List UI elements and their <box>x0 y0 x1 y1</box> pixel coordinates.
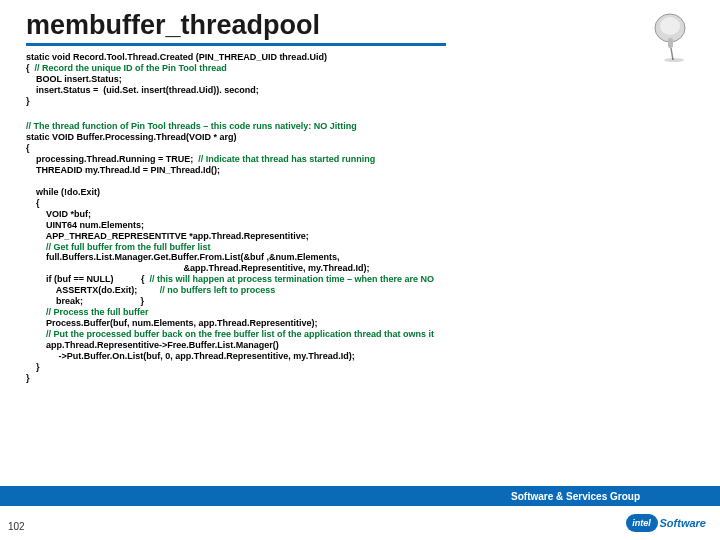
svg-rect-2 <box>668 38 673 48</box>
code-line: VOID *buf; <box>26 209 91 219</box>
code-line: } <box>26 373 30 383</box>
slide-title: membuffer_threadpool <box>0 0 720 43</box>
code-comment: // Get full buffer from the full buffer … <box>26 242 211 252</box>
code-comment: // no buffers left to process <box>160 285 276 295</box>
code-comment: // The thread function of Pin Tool threa… <box>26 121 357 131</box>
footer-group-text: Software & Services Group <box>511 491 640 502</box>
code-line: BOOL insert.Status; <box>26 74 122 84</box>
code-line: } <box>26 96 30 106</box>
code-line: ->Put.Buffer.On.List(buf, 0, app.Thread.… <box>26 351 355 361</box>
code-line: break; } <box>26 296 144 306</box>
code-comment: // Record the unique ID of the Pin Tool … <box>35 63 227 73</box>
code-line: while (!do.Exit) <box>26 187 100 197</box>
code-line: UINT64 num.Elements; <box>26 220 144 230</box>
code-comment: // this will happen at process terminati… <box>150 274 435 284</box>
code-line: { <box>26 143 30 153</box>
pushpin-icon <box>646 8 702 64</box>
code-comment: // Indicate that thread has started runn… <box>198 154 375 164</box>
code-line: Process.Buffer(buf, num.Elements, app.Th… <box>26 318 318 328</box>
code-line: if (buf == NULL) { <box>26 274 150 284</box>
code-line: APP_THREAD_REPRESENTITVE *app.Thread.Rep… <box>26 231 309 241</box>
code-line: &app.Thread.Representitive, my.Thread.Id… <box>26 263 369 273</box>
code-line: { <box>26 198 40 208</box>
code-block-2: // The thread function of Pin Tool threa… <box>0 107 720 384</box>
footer: Software & Services Group intel Software… <box>0 486 720 540</box>
footer-below: intel Software <box>0 506 720 540</box>
code-line: ASSERTX(do.Exit); <box>26 285 160 295</box>
code-line: app.Thread.Representitive->Free.Buffer.L… <box>26 340 279 350</box>
code-line: } <box>26 362 40 372</box>
code-line: processing.Thread.Running = TRUE; <box>26 154 198 164</box>
svg-point-4 <box>664 58 684 62</box>
brand-tagline: Software <box>660 517 706 529</box>
code-comment: // Process the full buffer <box>26 307 149 317</box>
intel-logo-icon: intel <box>626 514 658 532</box>
code-line: static void Record.Tool.Thread.Created (… <box>26 52 327 62</box>
page-number: 102 <box>8 521 25 532</box>
code-line: static VOID Buffer.Processing.Thread(VOI… <box>26 132 237 142</box>
code-block-1: static void Record.Tool.Thread.Created (… <box>0 46 720 107</box>
code-line: insert.Status = (uid.Set. insert(thread.… <box>26 85 259 95</box>
brand: intel Software <box>626 514 706 532</box>
footer-band: Software & Services Group <box>0 486 720 506</box>
code-line: THREADID my.Thread.Id = PIN_Thread.Id(); <box>26 165 220 175</box>
code-comment: // Put the processed buffer back on the … <box>26 329 434 339</box>
svg-point-1 <box>660 17 680 35</box>
code-line: { <box>26 63 35 73</box>
code-line: full.Buffers.List.Manager.Get.Buffer.Fro… <box>26 252 340 262</box>
